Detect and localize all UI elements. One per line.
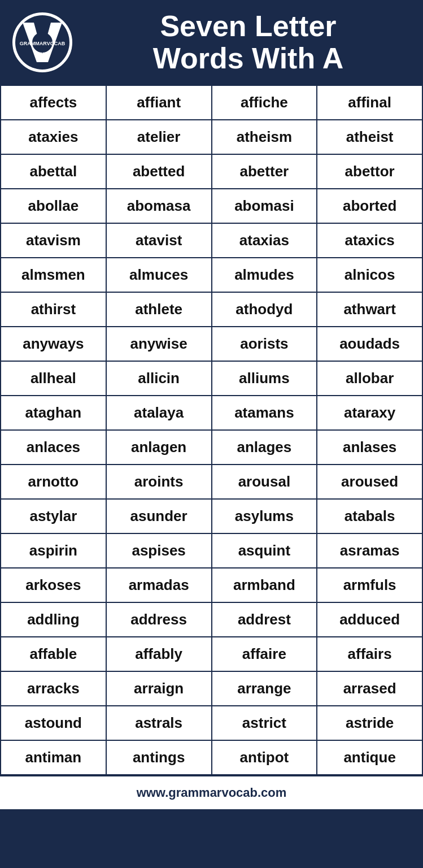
word-cell: abollae (1, 189, 106, 223)
table-row: abettalabettedabetterabettor (1, 154, 422, 189)
table-row: anywaysanywiseaoristsaoudads (1, 327, 422, 361)
table-row: astoundastralsastrictastride (1, 706, 422, 740)
word-cell: almuces (106, 258, 212, 292)
table-row: allhealallicinalliumsallobar (1, 361, 422, 396)
word-cell: aborted (317, 189, 422, 223)
word-cell: athirst (1, 292, 106, 327)
word-cell: antiman (1, 740, 106, 775)
word-cell: affaire (212, 637, 317, 671)
word-cell: arrased (317, 671, 422, 706)
word-cell: astound (1, 706, 106, 740)
word-cell: aorists (212, 327, 317, 361)
word-cell: affiant (106, 85, 212, 120)
word-cell: almsmen (1, 258, 106, 292)
word-cell: ataxias (212, 223, 317, 258)
words-table: affectsaffiantafficheaffinalataxiesateli… (0, 85, 423, 775)
word-cell: armfuls (317, 568, 422, 602)
word-cell: arraign (106, 671, 212, 706)
word-cell: ataxies (1, 120, 106, 154)
header: GRAMMARVOCAB Seven Letter Words With A (0, 0, 423, 85)
word-cell: arrange (212, 671, 317, 706)
table-row: addlingaddressaddrestadduced (1, 602, 422, 637)
table-row: athirstathleteathodydathwart (1, 292, 422, 327)
word-cell: astylar (1, 499, 106, 533)
word-cell: aroints (106, 465, 212, 499)
word-cell: atamans (212, 396, 317, 430)
word-cell: affairs (317, 637, 422, 671)
logo-icon: GRAMMARVOCAB (11, 11, 73, 73)
word-cell: ataraxy (317, 396, 422, 430)
word-cell: ataghan (1, 396, 106, 430)
word-cell: affects (1, 85, 106, 120)
word-cell: adduced (317, 602, 422, 637)
word-cell: anlases (317, 430, 422, 465)
word-cell: atavism (1, 223, 106, 258)
word-cell: anlages (212, 430, 317, 465)
page-title: Seven Letter Words With A (85, 10, 412, 75)
word-cell: atabals (317, 499, 422, 533)
word-cell: asunder (106, 499, 212, 533)
word-cell: anlagen (106, 430, 212, 465)
table-row: arracksarraignarrangearrased (1, 671, 422, 706)
table-row: aspirinaspisesasquintasramas (1, 533, 422, 568)
word-cell: abetter (212, 154, 317, 189)
word-cell: allobar (317, 361, 422, 396)
word-cell: atalaya (106, 396, 212, 430)
word-cell: asramas (317, 533, 422, 568)
word-cell: aroused (317, 465, 422, 499)
table-row: antimanantingsantipotantique (1, 740, 422, 775)
word-cell: atavist (106, 223, 212, 258)
word-cell: affinal (317, 85, 422, 120)
footer-url: www.grammarvocab.com (137, 785, 287, 800)
word-cell: astrict (212, 706, 317, 740)
word-cell: astride (317, 706, 422, 740)
word-cell: astrals (106, 706, 212, 740)
footer: www.grammarvocab.com (0, 775, 423, 809)
word-cell: arousal (212, 465, 317, 499)
table-row: arkosesarmadasarmbandarmfuls (1, 568, 422, 602)
word-cell: athlete (106, 292, 212, 327)
word-cell: antique (317, 740, 422, 775)
table-row: almsmenalmucesalmudesalnicos (1, 258, 422, 292)
word-cell: aoudads (317, 327, 422, 361)
word-cell: affiche (212, 85, 317, 120)
word-cell: aspises (106, 533, 212, 568)
word-cell: abettal (1, 154, 106, 189)
word-cell: armband (212, 568, 317, 602)
word-cell: allheal (1, 361, 106, 396)
word-cell: atelier (106, 120, 212, 154)
table-row: ataxiesatelieratheismatheist (1, 120, 422, 154)
word-cell: abettor (317, 154, 422, 189)
word-cell: armadas (106, 568, 212, 602)
word-cell: alnicos (317, 258, 422, 292)
word-cell: address (106, 602, 212, 637)
table-row: anlacesanlagenanlagesanlases (1, 430, 422, 465)
table-row: affectsaffiantafficheaffinal (1, 85, 422, 120)
word-cell: affable (1, 637, 106, 671)
word-cell: atheist (317, 120, 422, 154)
word-cell: addling (1, 602, 106, 637)
svg-text:GRAMMARVOCAB: GRAMMARVOCAB (20, 41, 66, 46)
word-cell: arkoses (1, 568, 106, 602)
word-cell: athwart (317, 292, 422, 327)
table-row: abollaeabomasaabomasiaborted (1, 189, 422, 223)
word-cell: abetted (106, 154, 212, 189)
words-table-container: affectsaffiantafficheaffinalataxiesateli… (0, 85, 423, 809)
word-cell: ataxics (317, 223, 422, 258)
table-row: atavismatavistataxiasataxics (1, 223, 422, 258)
word-cell: abomasa (106, 189, 212, 223)
word-cell: athodyd (212, 292, 317, 327)
word-cell: anlaces (1, 430, 106, 465)
word-cell: aspirin (1, 533, 106, 568)
table-row: ataghanatalayaatamansataraxy (1, 396, 422, 430)
word-cell: atheism (212, 120, 317, 154)
word-cell: alliums (212, 361, 317, 396)
word-cell: affably (106, 637, 212, 671)
word-cell: antipot (212, 740, 317, 775)
word-cell: arnotto (1, 465, 106, 499)
word-cell: anyways (1, 327, 106, 361)
word-cell: almudes (212, 258, 317, 292)
table-row: affableaffablyaffaireaffairs (1, 637, 422, 671)
word-cell: anywise (106, 327, 212, 361)
table-row: astylarasunderasylumsatabals (1, 499, 422, 533)
